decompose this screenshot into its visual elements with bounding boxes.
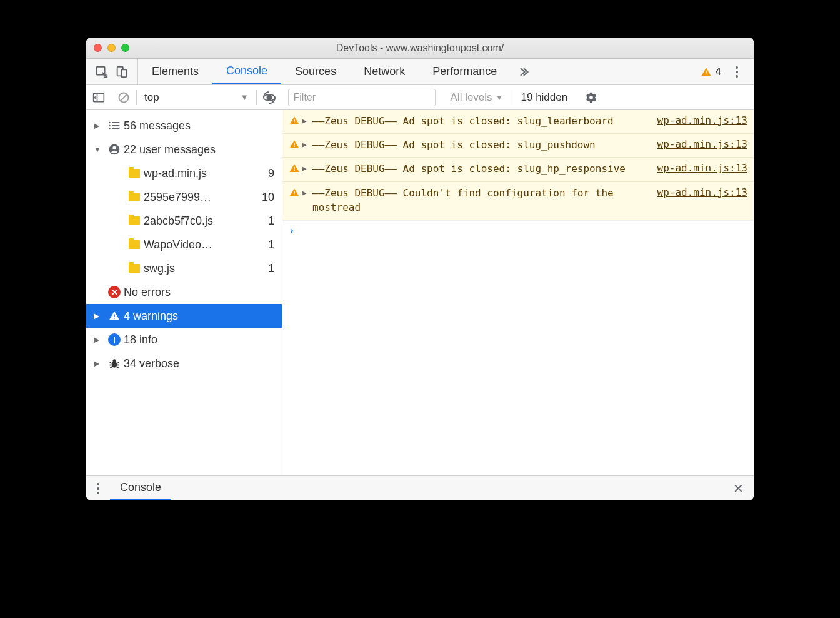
console-prompt[interactable]: › [282, 220, 754, 240]
console-message[interactable]: ▶ ––Zeus DEBUG–– Ad spot is closed: slug… [282, 157, 754, 181]
titlebar: DevTools - www.washingtonpost.com/ [86, 38, 754, 59]
tabstrip-right: 4 [694, 66, 754, 78]
minimize-window-button[interactable] [108, 44, 116, 52]
expand-arrow-icon[interactable]: ▶ [302, 161, 312, 176]
svg-point-6 [736, 71, 738, 73]
inspect-toggle-group [86, 59, 138, 84]
tab-network[interactable]: Network [350, 59, 419, 84]
svg-line-11 [121, 94, 127, 101]
file-count: 10 [262, 191, 282, 204]
window-title: DevTools - www.washingtonpost.com/ [86, 43, 754, 54]
chevron-right-icon: ▶ [94, 312, 105, 320]
tab-console[interactable]: Console [212, 59, 281, 84]
svg-rect-2 [121, 69, 126, 77]
console-message[interactable]: ▶ ––Zeus DEBUG–– Couldn't find configura… [282, 181, 754, 220]
chevron-right-icon: ▶ [94, 121, 105, 130]
sidebar-file-item[interactable]: swg.js 1 [86, 256, 282, 280]
svg-rect-37 [294, 170, 295, 171]
svg-point-41 [97, 487, 99, 490]
file-count: 1 [268, 238, 282, 251]
sidebar-file-item[interactable]: wp-ad.min.js 9 [86, 161, 282, 185]
message-source-link[interactable]: wp-ad.min.js:13 [658, 161, 748, 176]
tab-elements[interactable]: Elements [138, 59, 212, 84]
svg-rect-22 [114, 315, 115, 317]
message-source-link[interactable]: wp-ad.min.js:13 [658, 138, 748, 152]
main-area: ▶ 56 messages ▼ 22 user messages wp-ad.m… [86, 110, 754, 475]
svg-rect-39 [294, 194, 295, 195]
sidebar-label: 56 messages [124, 119, 282, 133]
console-sidebar: ▶ 56 messages ▼ 22 user messages wp-ad.m… [86, 110, 282, 475]
warning-icon [289, 114, 302, 128]
svg-point-7 [736, 75, 738, 78]
toggle-sidebar-button[interactable] [86, 85, 111, 109]
error-icon: ✕ [105, 286, 124, 298]
sidebar-item-messages[interactable]: ▶ 56 messages [86, 114, 282, 138]
file-name: wp-ad.min.js [144, 167, 268, 180]
log-levels-selector[interactable]: All levels ▼ [442, 91, 512, 104]
warning-count-badge[interactable]: 4 [701, 66, 721, 78]
svg-rect-32 [294, 119, 295, 122]
sidebar-item-warnings[interactable]: ▶ 4 warnings [86, 304, 282, 328]
svg-point-42 [97, 492, 99, 494]
clear-console-button[interactable] [111, 85, 136, 109]
prompt-caret-icon: › [289, 225, 295, 236]
message-text: ––Zeus DEBUG–– Ad spot is closed: slug_h… [312, 161, 658, 176]
bug-icon [105, 357, 124, 370]
chevron-down-icon: ▼ [241, 93, 249, 102]
drawer-tab-console[interactable]: Console [110, 476, 171, 500]
file-count: 1 [268, 262, 282, 275]
chevron-right-icon: ▶ [94, 359, 105, 368]
svg-point-25 [113, 359, 116, 362]
folder-icon [125, 264, 144, 273]
folder-icon [125, 240, 144, 249]
filter-input[interactable] [288, 89, 436, 106]
expand-arrow-icon[interactable]: ▶ [302, 138, 312, 152]
svg-point-21 [112, 146, 116, 149]
drawer-close-button[interactable]: ✕ [723, 481, 754, 496]
context-selector[interactable]: top ▼ [137, 91, 256, 104]
close-window-button[interactable] [94, 44, 102, 52]
message-source-link[interactable]: wp-ad.min.js:13 [658, 114, 748, 128]
sidebar-item-verbose[interactable]: ▶ 34 verbose [86, 352, 282, 375]
tab-performance[interactable]: Performance [419, 59, 511, 84]
hidden-count[interactable]: 19 hidden [512, 91, 577, 104]
inspect-element-icon[interactable] [95, 65, 109, 79]
svg-line-31 [116, 367, 118, 368]
chevron-down-icon: ▼ [94, 145, 105, 154]
console-message[interactable]: ▶ ––Zeus DEBUG–– Ad spot is closed: slug… [282, 133, 754, 157]
sidebar-label: 34 verbose [124, 357, 282, 370]
message-source-link[interactable]: wp-ad.min.js:13 [658, 186, 748, 215]
sidebar-file-item[interactable]: WapoVideo… 1 [86, 233, 282, 256]
svg-rect-35 [294, 146, 295, 148]
devtools-window: DevTools - www.washingtonpost.com/ Eleme… [86, 38, 754, 500]
expand-arrow-icon[interactable]: ▶ [302, 186, 312, 215]
maximize-window-button[interactable] [121, 44, 129, 52]
context-label: top [144, 91, 159, 104]
info-icon: i [105, 333, 124, 346]
sidebar-item-info[interactable]: ▶ i 18 info [86, 328, 282, 352]
sidebar-item-errors[interactable]: ✕ No errors [86, 280, 282, 304]
sidebar-item-user-messages[interactable]: ▼ 22 user messages [86, 138, 282, 161]
sidebar-file-item[interactable]: 2abcb5f7c0.js 1 [86, 209, 282, 233]
settings-menu-button[interactable] [726, 66, 748, 78]
svg-rect-38 [294, 191, 295, 193]
traffic-lights [94, 44, 129, 52]
svg-line-27 [117, 362, 119, 363]
live-expression-button[interactable] [257, 85, 282, 109]
console-settings-button[interactable] [576, 91, 606, 104]
sidebar-label: 18 info [124, 333, 282, 347]
chevron-right-icon: ▶ [94, 335, 105, 344]
user-icon [105, 143, 124, 156]
device-toggle-icon[interactable] [115, 65, 129, 79]
expand-arrow-icon[interactable]: ▶ [302, 114, 312, 128]
sidebar-file-item[interactable]: 2595e7999… 10 [86, 185, 282, 209]
more-tabs-button[interactable] [511, 59, 536, 84]
tab-sources[interactable]: Sources [281, 59, 350, 84]
warning-icon [105, 310, 124, 322]
file-name: 2abcb5f7c0.js [144, 215, 268, 228]
chevron-down-icon: ▼ [496, 94, 503, 101]
console-toolbar: top ▼ All levels ▼ 19 hidden [86, 85, 754, 110]
drawer-menu-button[interactable] [86, 482, 110, 495]
console-message[interactable]: ▶ ––Zeus DEBUG–– Ad spot is closed: slug… [282, 110, 754, 133]
list-icon [105, 121, 124, 131]
